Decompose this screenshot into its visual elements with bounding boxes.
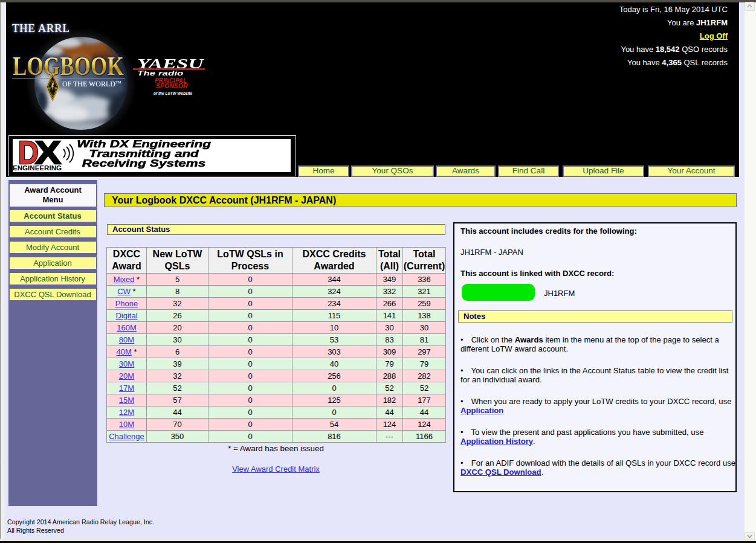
svg-text:R: R — [48, 86, 51, 90]
svg-text:L: L — [51, 92, 54, 97]
svg-text:R: R — [54, 86, 57, 90]
svg-text:A: A — [51, 79, 54, 84]
